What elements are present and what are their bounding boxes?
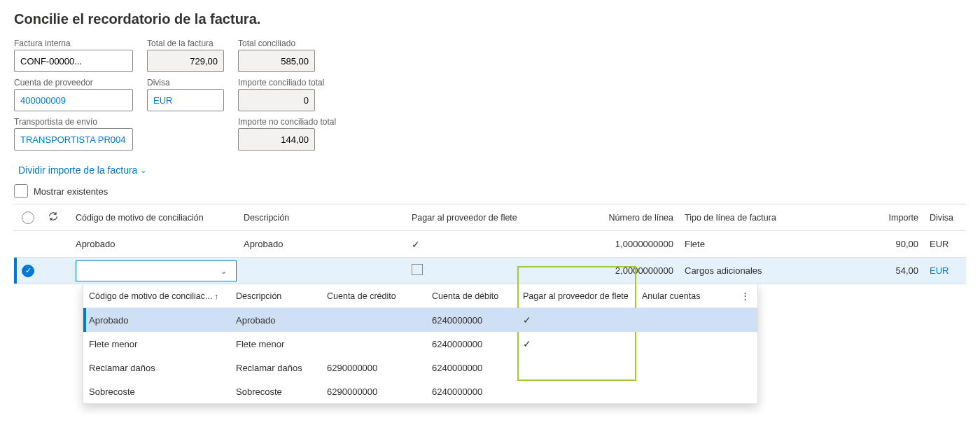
dd-cell <box>636 316 734 324</box>
cell-importe: 54,00 <box>847 265 924 276</box>
cell-numero-linea: 1,0000000000 <box>560 239 679 249</box>
dd-cell: Aprobado <box>230 311 321 330</box>
col-importe[interactable]: Importe <box>847 213 924 223</box>
dd-cell: Aprobado <box>83 311 230 330</box>
dd-cell: 6240000000 <box>426 311 517 330</box>
checkbox-empty[interactable] <box>412 264 423 275</box>
input-importe-no-conc-total <box>238 128 315 151</box>
col-numero-linea[interactable]: Número de línea <box>560 213 679 223</box>
dd-cell: Sobrecoste <box>230 382 321 401</box>
cell-numero-linea: 2,0000000000 <box>560 265 679 276</box>
cell-tipo-linea: Cargos adicionales <box>679 265 847 276</box>
dd-col-debito[interactable]: Cuenta de débito <box>426 287 517 305</box>
dd-cell: Sobrecoste <box>83 382 230 401</box>
label-total-factura: Total de la factura <box>147 39 224 48</box>
input-divisa[interactable] <box>147 89 224 111</box>
checkmark-icon: ✓ <box>523 314 531 326</box>
dd-cell: 6240000000 <box>426 358 517 377</box>
dd-cell: 6240000000 <box>426 382 517 401</box>
chevron-down-icon: ⌄ <box>140 166 146 175</box>
dd-cell <box>636 340 734 348</box>
dropdown-header: Código de motivo de conciliac... Descrip… <box>83 284 757 308</box>
label-factura-interna: Factura interna <box>14 39 133 48</box>
checkmark-icon: ✓ <box>412 239 420 250</box>
label-transportista: Transportista de envío <box>14 117 133 127</box>
cell-codigo: Aprobado <box>70 239 238 249</box>
dd-cell <box>321 316 426 324</box>
input-factura-interna[interactable] <box>14 50 133 72</box>
input-total-conciliado <box>238 50 315 72</box>
codigo-lookup-input[interactable] <box>76 260 237 281</box>
dd-cell: 6290000000 <box>321 358 426 377</box>
dd-cell: Flete menor <box>83 335 230 354</box>
dd-cell: Flete menor <box>230 335 321 354</box>
grid-row[interactable]: ⌄ 2,0000000000 Cargos adicionales 54,00 … <box>14 258 966 284</box>
label-total-conciliado: Total conciliado <box>238 39 315 48</box>
col-divisa[interactable]: Divisa <box>924 213 966 223</box>
kebab-icon[interactable]: ⋮ <box>734 286 755 305</box>
label-importe-no-conc-total: Importe no conciliado total <box>238 117 336 127</box>
cell-tipo-linea: Flete <box>679 239 847 249</box>
dd-cell: Reclamar daños <box>83 358 230 377</box>
mostrar-existentes-checkbox[interactable] <box>14 184 28 198</box>
refresh-icon[interactable] <box>48 211 59 222</box>
header-form: Factura interna Total de la factura Tota… <box>14 39 966 151</box>
dd-cell: 6290000000 <box>321 382 426 401</box>
dd-col-anular[interactable]: Anular cuentas <box>636 287 734 305</box>
label-cuenta-proveedor: Cuenta de proveedor <box>14 78 133 88</box>
grid-row[interactable]: Aprobado Aprobado ✓ 1,0000000000 Flete 9… <box>14 231 966 258</box>
dd-col-credito[interactable]: Cuenta de crédito <box>321 287 426 305</box>
dividir-importe-label: Dividir importe de la factura <box>18 165 137 176</box>
dd-col-descripcion[interactable]: Descripción <box>230 287 321 305</box>
mostrar-existentes-label: Mostrar existentes <box>34 186 108 197</box>
checkmark-icon: ✓ <box>523 338 531 349</box>
dd-cell: 6240000000 <box>426 335 517 354</box>
dd-cell: Reclamar daños <box>230 358 321 377</box>
label-divisa: Divisa <box>147 78 224 88</box>
input-transportista[interactable] <box>14 128 133 151</box>
input-importe-conc-total <box>238 89 315 111</box>
dropdown-row[interactable]: Aprobado Aprobado 6240000000 ✓ <box>83 308 757 332</box>
input-cuenta-proveedor[interactable] <box>14 89 133 111</box>
row-select-circle[interactable] <box>22 265 34 277</box>
cell-divisa[interactable]: EUR <box>924 265 966 276</box>
dropdown-row[interactable]: Reclamar daños Reclamar daños 6290000000… <box>83 356 757 379</box>
dropdown-row[interactable]: Flete menor Flete menor 6240000000 ✓ <box>83 332 757 356</box>
label-importe-conc-total: Importe conciliado total <box>238 78 324 88</box>
dd-col-codigo[interactable]: Código de motivo de conciliac... <box>83 287 230 305</box>
cell-divisa: EUR <box>924 239 966 249</box>
col-pagar-flete[interactable]: Pagar al proveedor de flete <box>406 213 560 223</box>
col-tipo-linea[interactable]: Tipo de línea de factura <box>679 213 847 223</box>
lines-grid: Código de motivo de conciliación Descrip… <box>14 204 966 284</box>
dd-cell <box>636 363 734 372</box>
dd-cell <box>636 387 734 396</box>
input-total-factura <box>147 50 224 72</box>
grid-header-row: Código de motivo de conciliación Descrip… <box>14 204 966 231</box>
codigo-lookup-dropdown: Código de motivo de conciliac... Descrip… <box>83 284 758 404</box>
dropdown-row[interactable]: Sobrecoste Sobrecoste 6290000000 6240000… <box>83 379 757 403</box>
dd-col-pagar-flete[interactable]: Pagar al proveedor de flete <box>517 287 636 305</box>
col-codigo[interactable]: Código de motivo de conciliación <box>70 213 238 223</box>
col-descripcion[interactable]: Descripción <box>238 213 406 223</box>
page-title: Concilie el recordatorio de la factura. <box>14 11 966 27</box>
dividir-importe-action[interactable]: Dividir importe de la factura ⌄ <box>18 165 146 176</box>
dd-cell <box>321 340 426 348</box>
select-all-circle[interactable] <box>22 211 34 224</box>
cell-descripcion: Aprobado <box>238 239 406 249</box>
cell-importe: 90,00 <box>847 239 924 249</box>
